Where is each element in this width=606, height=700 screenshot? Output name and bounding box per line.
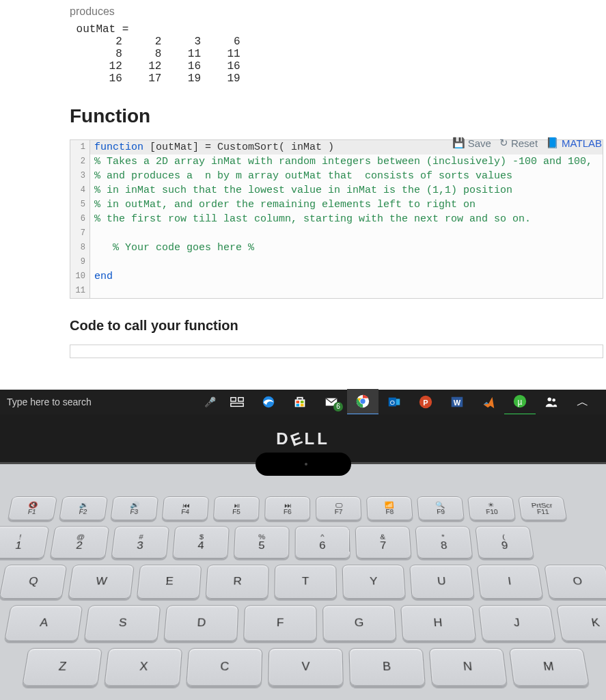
- save-button[interactable]: 💾 Save: [452, 137, 491, 149]
- save-icon: 💾: [452, 137, 465, 149]
- call-code-editor[interactable]: [70, 345, 603, 358]
- produces-label: produces: [70, 0, 606, 18]
- reset-label: Reset: [511, 137, 538, 149]
- save-label: Save: [468, 137, 491, 149]
- matlab-label: MATLAB: [562, 137, 602, 149]
- editor-toolbar: 💾 Save ↻ Reset 📘 MATLAB: [452, 137, 602, 149]
- function-heading: Function: [70, 105, 606, 127]
- code-editor[interactable]: 1234567891011 function [outMat] = Custom…: [70, 139, 603, 299]
- code-lines[interactable]: function [outMat] = CustomSort( inMat )%…: [90, 140, 603, 298]
- utorrent-icon[interactable]: µ: [504, 389, 536, 390]
- app-screen: produces outMat = 2 2 3 6 8 8 11 11 12 1…: [0, 0, 606, 390]
- matrix-output: outMat = 2 2 3 6 8 8 11 11 12 12 16 16 1…: [70, 23, 606, 85]
- reset-button[interactable]: ↻ Reset: [499, 137, 538, 149]
- reset-icon: ↻: [499, 137, 508, 149]
- matlab-doc-button[interactable]: 📘 MATLAB: [546, 137, 602, 149]
- line-gutter: 1234567891011: [70, 140, 90, 298]
- book-icon: 📘: [546, 137, 559, 149]
- chrome-icon[interactable]: [347, 389, 378, 390]
- call-heading: Code to call your function: [70, 318, 606, 334]
